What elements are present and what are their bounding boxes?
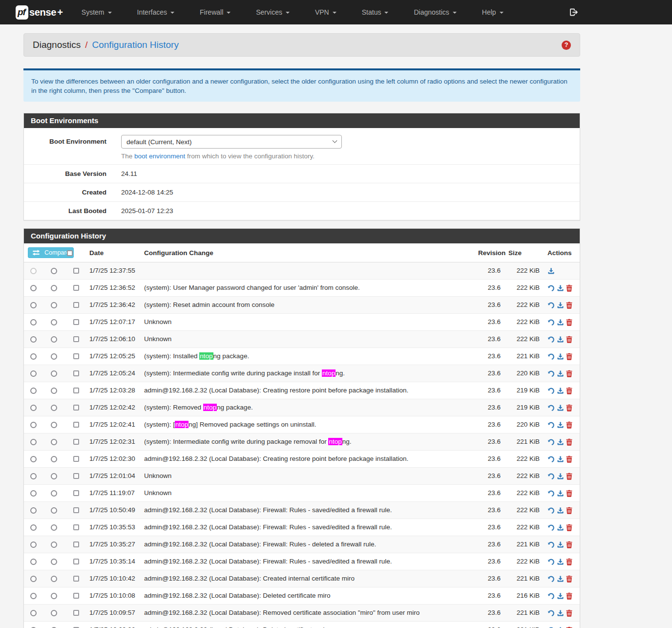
delete-icon[interactable]	[566, 319, 572, 326]
compare-newer-radio[interactable]	[51, 353, 57, 360]
compare-older-radio[interactable]	[30, 405, 37, 411]
nav-item-diagnostics[interactable]: Diagnostics	[401, 0, 469, 24]
compare-older-radio[interactable]	[30, 456, 37, 462]
revert-icon[interactable]	[547, 473, 555, 480]
select-all-checkbox[interactable]	[67, 250, 73, 256]
delete-icon[interactable]	[566, 473, 572, 480]
delete-icon[interactable]	[566, 353, 572, 360]
download-icon[interactable]	[557, 558, 564, 565]
row-checkbox[interactable]	[73, 302, 79, 308]
revert-icon[interactable]	[547, 370, 555, 377]
logout-button[interactable]	[569, 8, 580, 16]
compare-older-radio[interactable]	[30, 319, 37, 325]
download-icon[interactable]	[547, 267, 555, 275]
revert-icon[interactable]	[547, 302, 555, 309]
nav-item-vpn[interactable]: VPN	[302, 0, 349, 24]
download-icon[interactable]	[557, 404, 564, 411]
compare-older-radio[interactable]	[30, 610, 37, 616]
compare-older-radio[interactable]	[30, 593, 37, 599]
revert-icon[interactable]	[547, 609, 555, 617]
row-checkbox[interactable]	[73, 439, 79, 445]
revert-icon[interactable]	[547, 541, 555, 548]
compare-newer-radio[interactable]	[51, 593, 57, 599]
row-checkbox[interactable]	[73, 285, 79, 291]
revert-icon[interactable]	[547, 438, 555, 446]
compare-older-radio[interactable]	[30, 507, 37, 514]
nav-item-status[interactable]: Status	[349, 0, 401, 24]
revert-icon[interactable]	[547, 575, 555, 583]
download-icon[interactable]	[557, 541, 564, 548]
compare-older-radio[interactable]	[30, 285, 37, 291]
help-icon[interactable]: ?	[562, 41, 571, 50]
nav-item-interfaces[interactable]: Interfaces	[125, 0, 187, 24]
row-checkbox[interactable]	[73, 370, 79, 376]
download-icon[interactable]	[557, 592, 564, 600]
nav-item-help[interactable]: Help	[469, 0, 516, 24]
nav-item-firewall[interactable]: Firewall	[187, 0, 243, 24]
revert-icon[interactable]	[547, 592, 555, 600]
delete-icon[interactable]	[566, 421, 572, 429]
delete-icon[interactable]	[566, 302, 572, 309]
compare-older-radio[interactable]	[30, 559, 37, 565]
delete-icon[interactable]	[566, 575, 572, 583]
delete-icon[interactable]	[566, 541, 572, 548]
download-icon[interactable]	[557, 438, 564, 446]
delete-icon[interactable]	[566, 558, 572, 565]
download-icon[interactable]	[557, 609, 564, 617]
compare-older-radio[interactable]	[30, 336, 37, 343]
delete-icon[interactable]	[566, 455, 572, 463]
compare-newer-radio[interactable]	[51, 439, 57, 445]
compare-newer-radio[interactable]	[51, 370, 57, 377]
compare-older-radio[interactable]	[30, 473, 37, 479]
row-checkbox[interactable]	[73, 268, 79, 274]
download-icon[interactable]	[557, 524, 564, 531]
compare-newer-radio[interactable]	[51, 456, 57, 462]
download-icon[interactable]	[557, 575, 564, 583]
boot-environment-select[interactable]: default (Current, Next)	[121, 135, 342, 149]
revert-icon[interactable]	[547, 507, 555, 514]
row-checkbox[interactable]	[73, 353, 79, 359]
revert-icon[interactable]	[547, 387, 555, 394]
row-checkbox[interactable]	[73, 473, 79, 479]
delete-icon[interactable]	[566, 387, 572, 394]
row-checkbox[interactable]	[73, 456, 79, 462]
row-checkbox[interactable]	[73, 524, 79, 530]
revert-icon[interactable]	[547, 421, 555, 429]
delete-icon[interactable]	[566, 609, 572, 617]
compare-older-radio[interactable]	[30, 576, 37, 582]
row-checkbox[interactable]	[73, 507, 79, 513]
delete-icon[interactable]	[566, 336, 572, 343]
compare-older-radio[interactable]	[30, 388, 37, 394]
pfsense-logo[interactable]: pf sense +	[16, 5, 63, 20]
compare-older-radio[interactable]	[30, 422, 37, 428]
download-icon[interactable]	[557, 490, 564, 497]
revert-icon[interactable]	[547, 558, 555, 565]
row-checkbox[interactable]	[73, 405, 79, 411]
compare-newer-radio[interactable]	[51, 524, 57, 531]
revert-icon[interactable]	[547, 455, 555, 463]
compare-older-radio[interactable]	[30, 370, 37, 377]
download-icon[interactable]	[557, 387, 564, 394]
row-checkbox[interactable]	[73, 559, 79, 564]
compare-newer-radio[interactable]	[51, 473, 57, 479]
compare-older-radio[interactable]	[30, 541, 37, 548]
compare-newer-radio[interactable]	[51, 490, 57, 497]
compare-newer-radio[interactable]	[51, 319, 57, 325]
download-icon[interactable]	[557, 284, 564, 292]
row-checkbox[interactable]	[73, 388, 79, 393]
compare-older-radio[interactable]	[30, 490, 37, 497]
row-checkbox[interactable]	[73, 541, 79, 547]
compare-older-radio[interactable]	[30, 353, 37, 360]
download-icon[interactable]	[557, 336, 564, 343]
row-checkbox[interactable]	[73, 593, 79, 599]
revert-icon[interactable]	[547, 353, 555, 360]
revert-icon[interactable]	[547, 490, 555, 497]
row-checkbox[interactable]	[73, 422, 79, 428]
download-icon[interactable]	[557, 302, 564, 309]
delete-icon[interactable]	[566, 524, 572, 531]
compare-newer-radio[interactable]	[51, 336, 57, 343]
delete-icon[interactable]	[566, 592, 572, 600]
row-checkbox[interactable]	[73, 576, 79, 582]
compare-older-radio[interactable]	[30, 439, 37, 445]
compare-newer-radio[interactable]	[51, 388, 57, 394]
